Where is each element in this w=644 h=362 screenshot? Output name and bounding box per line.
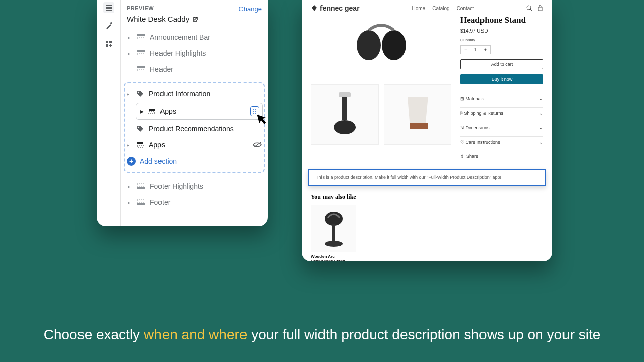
section-header[interactable]: ▸Header [127, 61, 262, 77]
accordion-materials[interactable]: ⊞ Materials⌄ [460, 93, 543, 104]
svg-rect-6 [106, 44, 108, 47]
apps-icon[interactable] [103, 38, 114, 49]
svg-point-34 [382, 30, 406, 60]
svg-point-13 [138, 92, 139, 93]
paint-icon[interactable] [103, 20, 114, 31]
svg-point-17 [255, 109, 256, 110]
qty-plus[interactable]: + [484, 47, 487, 52]
theme-editor-panel: PREVIEW Change White Desk Caddy ▸Announc… [97, 0, 268, 226]
store-header: fennec gear Home Catalog Contact [302, 0, 552, 15]
section-apps-2[interactable]: ▸Apps [126, 137, 263, 153]
product-title: Headphone Stand [460, 15, 543, 25]
svg-point-20 [253, 113, 254, 114]
nav-catalog[interactable]: Catalog [432, 6, 449, 11]
store-brand[interactable]: fennec gear [311, 4, 360, 12]
chevron-down-icon: ⌄ [539, 111, 543, 116]
section-announcement-bar[interactable]: ▸Announcement Bar [127, 29, 262, 45]
reco-image [311, 205, 356, 252]
product-main-image[interactable] [311, 15, 451, 80]
buy-now-button[interactable]: Buy it now [460, 74, 543, 84]
preview-label: PREVIEW [127, 5, 154, 11]
accordion-care[interactable]: ♡ Care Instructions⌄ [460, 136, 543, 148]
product-section: Headphone Stand $14.97 USD Quantity −1+ … [302, 15, 552, 159]
svg-rect-32 [538, 7, 542, 11]
section-header-highlights[interactable]: ▸Header Highlights [127, 45, 262, 61]
svg-point-18 [253, 111, 254, 112]
svg-point-30 [527, 6, 531, 10]
svg-rect-1 [106, 7, 112, 9]
chevron-down-icon: ⌄ [539, 96, 543, 101]
section-footer-highlights[interactable]: ▸Footer Highlights [127, 178, 262, 194]
nav-home[interactable]: Home [412, 6, 425, 11]
apps-block-icon [136, 141, 145, 148]
product-info-col: Headphone Stand $14.97 USD Quantity −1+ … [460, 15, 543, 159]
full-width-description-box: This is a product description. Make it f… [308, 169, 546, 186]
chevron-down-icon: ⌄ [539, 125, 543, 130]
product-thumb-2[interactable] [384, 84, 452, 145]
svg-point-36 [334, 120, 356, 134]
reco-name: Wooden Arc Headphone Stand [311, 254, 356, 261]
svg-rect-9 [137, 50, 145, 52]
search-icon[interactable] [526, 5, 532, 11]
svg-rect-28 [137, 203, 145, 205]
change-link[interactable]: Change [238, 5, 262, 13]
svg-rect-26 [137, 187, 145, 189]
svg-rect-10 [137, 53, 145, 56]
section-type-icon [137, 50, 146, 57]
svg-rect-35 [342, 95, 347, 120]
recommendation-card[interactable]: Wooden Arc Headphone Stand $19.97 USD [311, 205, 356, 261]
svg-rect-4 [106, 41, 108, 43]
svg-rect-15 [149, 112, 155, 114]
section-product-information[interactable]: ▸Product Information [126, 85, 263, 102]
svg-rect-8 [137, 37, 145, 40]
svg-line-31 [530, 9, 532, 11]
store-preview: fennec gear Home Catalog Contact Headpho… [302, 0, 552, 261]
preview-product-name[interactable]: White Desk Caddy [127, 15, 262, 23]
accordion-dimensions[interactable]: ⇲ Dimensions⌄ [460, 122, 543, 133]
description-text: This is a product description. Make it f… [316, 175, 501, 180]
svg-rect-23 [137, 142, 143, 144]
hidden-eye-icon[interactable] [253, 141, 262, 148]
product-thumb-1[interactable] [311, 84, 379, 145]
svg-rect-29 [137, 199, 145, 202]
svg-point-33 [357, 30, 381, 60]
sections-icon[interactable] [103, 2, 114, 13]
section-type-icon [137, 34, 146, 41]
nav-contact[interactable]: Contact [457, 6, 474, 11]
section-type-icon [137, 183, 146, 190]
accordion-shipping[interactable]: ⎘ Shipping & Returns⌄ [460, 107, 543, 119]
dashed-drop-zone: ▸Product Information ▸Apps ▸Product Reco… [124, 82, 265, 173]
svg-point-22 [138, 127, 139, 128]
you-may-also-like: You may also like Wooden Arc Headphone S… [302, 186, 552, 261]
svg-rect-5 [109, 41, 112, 43]
store-nav: Home Catalog Contact [412, 6, 474, 11]
svg-rect-27 [137, 183, 145, 186]
section-product-recommendations[interactable]: ▸Product Recommendations [126, 121, 263, 137]
tag-icon [136, 125, 145, 132]
left-iconbar [97, 0, 121, 226]
qty-minus[interactable]: − [464, 47, 467, 52]
cart-icon[interactable] [537, 5, 543, 11]
tag-icon [136, 90, 145, 97]
section-apps-selected[interactable]: ▸Apps [136, 103, 263, 120]
section-footer[interactable]: ▸Footer [127, 194, 262, 210]
add-to-cart-button[interactable]: Add to cart [460, 59, 543, 69]
svg-rect-24 [137, 145, 143, 147]
svg-point-41 [325, 241, 343, 247]
svg-point-3 [110, 22, 112, 24]
svg-rect-40 [332, 224, 335, 241]
svg-rect-0 [106, 5, 112, 6]
quantity-stepper[interactable]: −1+ [460, 45, 491, 54]
qty-value: 1 [474, 47, 476, 52]
share-icon: ⇪ [460, 154, 464, 159]
section-list: ▸Announcement Bar ▸Header Highlights ▸He… [127, 29, 262, 210]
share-link[interactable]: ⇪Share [460, 154, 543, 159]
svg-rect-38 [410, 123, 428, 129]
svg-point-16 [253, 109, 254, 110]
svg-rect-12 [137, 69, 145, 72]
add-section-button[interactable]: +Add section [126, 153, 263, 170]
quantity-label: Quantity [460, 38, 543, 42]
svg-rect-14 [149, 109, 155, 111]
external-link-icon [192, 16, 198, 22]
ymal-heading: You may also like [311, 193, 543, 201]
